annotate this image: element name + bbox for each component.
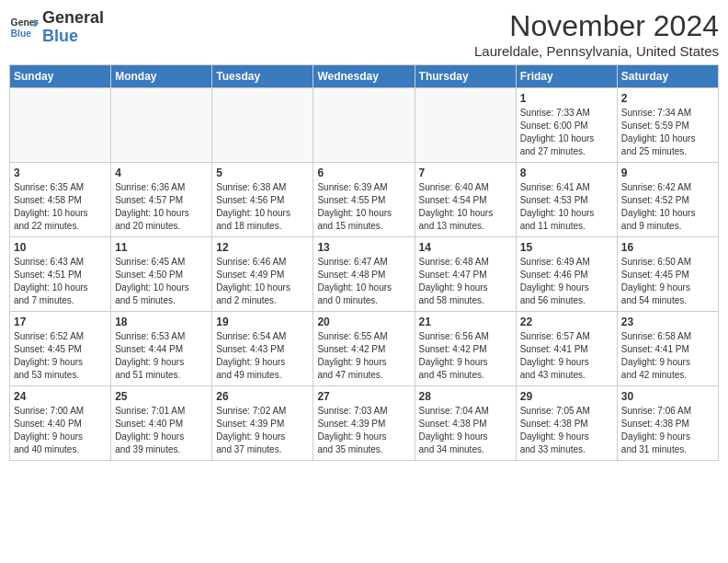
calendar-cell-1-0: 3Sunrise: 6:35 AMSunset: 4:58 PMDaylight… — [10, 163, 111, 237]
day-info-14: Sunrise: 6:48 AMSunset: 4:47 PMDaylight:… — [419, 256, 512, 307]
day-info-26: Sunrise: 7:02 AMSunset: 4:39 PMDaylight:… — [216, 405, 309, 456]
calendar-cell-2-3: 13Sunrise: 6:47 AMSunset: 4:48 PMDayligh… — [313, 237, 415, 312]
calendar-cell-1-4: 7Sunrise: 6:40 AMSunset: 4:54 PMDaylight… — [415, 163, 516, 237]
day-info-15: Sunrise: 6:49 AMSunset: 4:46 PMDaylight:… — [520, 256, 613, 307]
day-number-8: 8 — [520, 167, 613, 179]
calendar-cell-0-5: 1Sunrise: 7:33 AMSunset: 6:00 PMDaylight… — [516, 88, 617, 163]
day-info-22: Sunrise: 6:57 AMSunset: 4:41 PMDaylight:… — [520, 330, 613, 382]
week-row-3: 17Sunrise: 6:52 AMSunset: 4:45 PMDayligh… — [10, 312, 719, 386]
calendar-cell-2-6: 16Sunrise: 6:50 AMSunset: 4:45 PMDayligh… — [617, 237, 718, 312]
day-info-19: Sunrise: 6:54 AMSunset: 4:43 PMDaylight:… — [216, 330, 309, 382]
day-number-29: 29 — [520, 390, 613, 403]
day-number-1: 1 — [520, 92, 613, 105]
day-info-16: Sunrise: 6:50 AMSunset: 4:45 PMDaylight:… — [621, 256, 714, 307]
calendar-cell-3-0: 17Sunrise: 6:52 AMSunset: 4:45 PMDayligh… — [10, 312, 111, 386]
day-number-15: 15 — [520, 241, 613, 254]
calendar-cell-0-0 — [10, 88, 111, 163]
day-info-11: Sunrise: 6:45 AMSunset: 4:50 PMDaylight:… — [115, 256, 208, 307]
calendar-body: 1Sunrise: 7:33 AMSunset: 6:00 PMDaylight… — [10, 88, 719, 461]
calendar-cell-2-5: 15Sunrise: 6:49 AMSunset: 4:46 PMDayligh… — [516, 237, 617, 312]
day-number-5: 5 — [216, 167, 309, 179]
calendar-cell-3-3: 20Sunrise: 6:55 AMSunset: 4:42 PMDayligh… — [313, 312, 415, 386]
calendar-cell-1-1: 4Sunrise: 6:36 AMSunset: 4:57 PMDaylight… — [111, 163, 212, 237]
calendar-cell-0-1 — [111, 88, 212, 163]
header-tuesday: Tuesday — [212, 65, 313, 88]
day-info-28: Sunrise: 7:04 AMSunset: 4:38 PMDaylight:… — [419, 405, 512, 456]
weekday-header-row: Sunday Monday Tuesday Wednesday Thursday… — [10, 65, 719, 88]
calendar-cell-4-2: 26Sunrise: 7:02 AMSunset: 4:39 PMDayligh… — [212, 386, 313, 461]
calendar-cell-0-4 — [415, 88, 516, 163]
day-info-23: Sunrise: 6:58 AMSunset: 4:41 PMDaylight:… — [621, 330, 714, 382]
day-info-29: Sunrise: 7:05 AMSunset: 4:38 PMDaylight:… — [520, 405, 613, 456]
day-number-26: 26 — [216, 390, 309, 403]
day-number-21: 21 — [419, 316, 512, 328]
calendar-cell-2-2: 12Sunrise: 6:46 AMSunset: 4:49 PMDayligh… — [212, 237, 313, 312]
day-info-7: Sunrise: 6:40 AMSunset: 4:54 PMDaylight:… — [419, 181, 512, 233]
day-number-22: 22 — [520, 316, 613, 328]
day-number-17: 17 — [14, 316, 107, 328]
day-number-11: 11 — [115, 241, 208, 254]
day-number-3: 3 — [14, 167, 107, 179]
day-number-12: 12 — [216, 241, 309, 254]
day-info-6: Sunrise: 6:39 AMSunset: 4:55 PMDaylight:… — [317, 181, 410, 233]
calendar-cell-4-5: 29Sunrise: 7:05 AMSunset: 4:38 PMDayligh… — [516, 386, 617, 461]
day-number-19: 19 — [216, 316, 309, 328]
location-title: Laureldale, Pennsylvania, United States — [474, 43, 719, 59]
header-saturday: Saturday — [617, 65, 718, 88]
day-number-18: 18 — [115, 316, 208, 328]
calendar-cell-3-5: 22Sunrise: 6:57 AMSunset: 4:41 PMDayligh… — [516, 312, 617, 386]
calendar-cell-3-4: 21Sunrise: 6:56 AMSunset: 4:42 PMDayligh… — [415, 312, 516, 386]
day-number-9: 9 — [621, 167, 714, 179]
logo: General Blue General Blue — [9, 9, 104, 46]
day-info-21: Sunrise: 6:56 AMSunset: 4:42 PMDaylight:… — [419, 330, 512, 382]
calendar-cell-3-1: 18Sunrise: 6:53 AMSunset: 4:44 PMDayligh… — [111, 312, 212, 386]
calendar-cell-4-0: 24Sunrise: 7:00 AMSunset: 4:40 PMDayligh… — [10, 386, 111, 461]
header-friday: Friday — [516, 65, 617, 88]
calendar-cell-0-2 — [212, 88, 313, 163]
day-number-30: 30 — [621, 390, 714, 403]
calendar-cell-1-5: 8Sunrise: 6:41 AMSunset: 4:53 PMDaylight… — [516, 163, 617, 237]
day-info-12: Sunrise: 6:46 AMSunset: 4:49 PMDaylight:… — [216, 256, 309, 307]
day-number-23: 23 — [621, 316, 714, 328]
calendar-cell-4-3: 27Sunrise: 7:03 AMSunset: 4:39 PMDayligh… — [313, 386, 415, 461]
day-number-4: 4 — [115, 167, 208, 179]
calendar-cell-3-6: 23Sunrise: 6:58 AMSunset: 4:41 PMDayligh… — [617, 312, 718, 386]
day-number-14: 14 — [419, 241, 512, 254]
day-info-3: Sunrise: 6:35 AMSunset: 4:58 PMDaylight:… — [14, 181, 107, 233]
week-row-2: 10Sunrise: 6:43 AMSunset: 4:51 PMDayligh… — [10, 237, 719, 312]
calendar-cell-0-3 — [313, 88, 415, 163]
day-info-13: Sunrise: 6:47 AMSunset: 4:48 PMDaylight:… — [317, 256, 410, 307]
day-info-10: Sunrise: 6:43 AMSunset: 4:51 PMDaylight:… — [14, 256, 107, 307]
month-title: November 2024 — [474, 9, 719, 43]
day-info-2: Sunrise: 7:34 AMSunset: 5:59 PMDaylight:… — [621, 107, 714, 158]
calendar-cell-2-1: 11Sunrise: 6:45 AMSunset: 4:50 PMDayligh… — [111, 237, 212, 312]
week-row-0: 1Sunrise: 7:33 AMSunset: 6:00 PMDaylight… — [10, 88, 719, 163]
day-info-25: Sunrise: 7:01 AMSunset: 4:40 PMDaylight:… — [115, 405, 208, 456]
calendar-cell-1-6: 9Sunrise: 6:42 AMSunset: 4:52 PMDaylight… — [617, 163, 718, 237]
day-info-5: Sunrise: 6:38 AMSunset: 4:56 PMDaylight:… — [216, 181, 309, 233]
day-info-9: Sunrise: 6:42 AMSunset: 4:52 PMDaylight:… — [621, 181, 714, 233]
calendar-cell-4-6: 30Sunrise: 7:06 AMSunset: 4:38 PMDayligh… — [617, 386, 718, 461]
day-number-10: 10 — [14, 241, 107, 254]
svg-text:Blue: Blue — [11, 28, 32, 38]
calendar-cell-4-1: 25Sunrise: 7:01 AMSunset: 4:40 PMDayligh… — [111, 386, 212, 461]
day-info-18: Sunrise: 6:53 AMSunset: 4:44 PMDaylight:… — [115, 330, 208, 382]
day-number-2: 2 — [621, 92, 714, 105]
day-number-24: 24 — [14, 390, 107, 403]
day-number-27: 27 — [317, 390, 410, 403]
day-number-16: 16 — [621, 241, 714, 254]
calendar-cell-0-6: 2Sunrise: 7:34 AMSunset: 5:59 PMDaylight… — [617, 88, 718, 163]
day-number-7: 7 — [419, 167, 512, 179]
day-info-4: Sunrise: 6:36 AMSunset: 4:57 PMDaylight:… — [115, 181, 208, 233]
calendar-cell-3-2: 19Sunrise: 6:54 AMSunset: 4:43 PMDayligh… — [212, 312, 313, 386]
calendar-cell-2-0: 10Sunrise: 6:43 AMSunset: 4:51 PMDayligh… — [10, 237, 111, 312]
calendar-table: Sunday Monday Tuesday Wednesday Thursday… — [9, 64, 719, 461]
calendar-cell-2-4: 14Sunrise: 6:48 AMSunset: 4:47 PMDayligh… — [415, 237, 516, 312]
week-row-4: 24Sunrise: 7:00 AMSunset: 4:40 PMDayligh… — [10, 386, 719, 461]
header-thursday: Thursday — [415, 65, 516, 88]
day-info-1: Sunrise: 7:33 AMSunset: 6:00 PMDaylight:… — [520, 107, 613, 158]
day-info-30: Sunrise: 7:06 AMSunset: 4:38 PMDaylight:… — [621, 405, 714, 456]
header-wednesday: Wednesday — [313, 65, 415, 88]
day-number-25: 25 — [115, 390, 208, 403]
day-number-28: 28 — [419, 390, 512, 403]
